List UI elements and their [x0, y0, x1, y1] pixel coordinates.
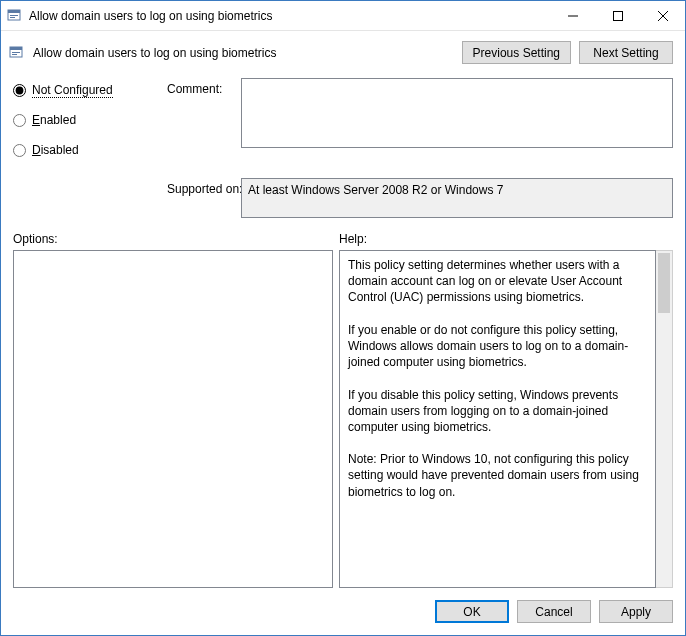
supported-on-label: Supported on:: [167, 168, 237, 218]
radio-not-configured-input[interactable]: [13, 84, 26, 97]
svg-rect-4: [613, 11, 622, 20]
svg-rect-1: [8, 10, 20, 13]
radio-disabled[interactable]: Disabled: [13, 138, 163, 162]
window-titlebar: Allow domain users to log on using biome…: [1, 1, 685, 31]
maximize-button[interactable]: [595, 1, 640, 30]
ok-button[interactable]: OK: [435, 600, 509, 623]
help-pane: This policy setting determines whether u…: [339, 250, 656, 588]
help-scrollbar-thumb[interactable]: [658, 253, 670, 313]
radio-disabled-input[interactable]: [13, 144, 26, 157]
help-scrollbar[interactable]: [656, 250, 673, 588]
radio-not-configured[interactable]: Not Configured: [13, 78, 163, 102]
svg-rect-2: [10, 15, 18, 16]
options-label: Options:: [13, 232, 339, 246]
comment-input[interactable]: [241, 78, 673, 148]
radio-enabled[interactable]: Enabled: [13, 108, 163, 132]
previous-setting-button[interactable]: Previous Setting: [462, 41, 571, 64]
window-title: Allow domain users to log on using biome…: [29, 9, 550, 23]
svg-rect-7: [12, 52, 20, 53]
radio-enabled-label: Enabled: [32, 113, 76, 127]
cancel-button[interactable]: Cancel: [517, 600, 591, 623]
help-label: Help:: [339, 232, 367, 246]
minimize-button[interactable]: [550, 1, 595, 30]
policy-header: Allow domain users to log on using biome…: [1, 31, 685, 78]
policy-title: Allow domain users to log on using biome…: [33, 46, 454, 60]
dialog-footer: OK Cancel Apply: [1, 588, 685, 635]
radio-enabled-input[interactable]: [13, 114, 26, 127]
svg-rect-3: [10, 17, 15, 18]
svg-rect-8: [12, 54, 17, 55]
comment-label: Comment:: [167, 78, 237, 96]
options-pane[interactable]: [13, 250, 333, 588]
radio-not-configured-label: Not Configured: [32, 83, 113, 98]
next-setting-button[interactable]: Next Setting: [579, 41, 673, 64]
supported-on-value: At least Windows Server 2008 R2 or Windo…: [241, 178, 673, 218]
policy-title-icon: [7, 8, 23, 24]
radio-disabled-label: Disabled: [32, 143, 79, 157]
close-button[interactable]: [640, 1, 685, 30]
svg-rect-6: [10, 47, 22, 50]
apply-button[interactable]: Apply: [599, 600, 673, 623]
policy-icon: [9, 45, 25, 61]
